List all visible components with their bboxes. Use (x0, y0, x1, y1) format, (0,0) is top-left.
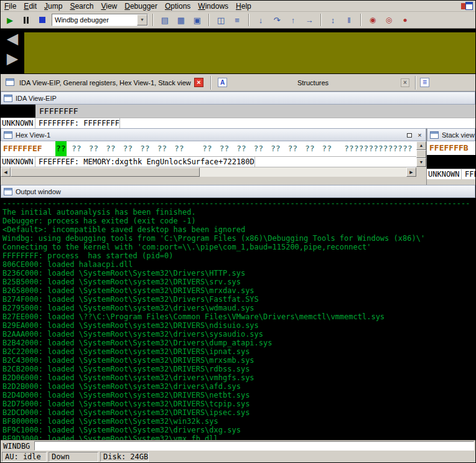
chevron-down-icon[interactable]: ▼ (137, 14, 147, 26)
output-window-titlebar[interactable]: Output window (1, 185, 475, 198)
hex-horizontal-scrollbar[interactable]: ◀ ▶ (1, 167, 416, 177)
tracing-icon[interactable]: ◉ (366, 14, 380, 26)
open-debugger-windows-icon[interactable]: ▤ (158, 14, 172, 26)
scroll-down-icon[interactable]: ▼ (416, 158, 426, 167)
tab-separator (210, 76, 212, 90)
windbg-command-input[interactable] (34, 441, 474, 451)
stack-trace-icon[interactable]: ↕ (326, 14, 340, 26)
toolbar-separator (248, 14, 250, 26)
menu-item[interactable]: Debugger (121, 1, 161, 12)
ida-view-titlebar[interactable]: IDA View-EIP (1, 91, 475, 105)
tab-structures[interactable]: A Structures × (213, 74, 413, 91)
address-gutter (1, 105, 35, 118)
close-tab-icon[interactable]: × (194, 78, 203, 87)
breakpoints-icon[interactable]: ▣ (190, 14, 204, 26)
close-tab-icon[interactable]: × (401, 78, 409, 87)
output-line: 806CE000: loaded halaacpi.dll (2, 260, 475, 269)
output-line: B2AAA000: loaded \SystemRoot\system32\dr… (2, 330, 475, 339)
output-line: BF9D3000: loaded \SystemRoot\System32\vm… (2, 434, 475, 440)
hex-dump-line[interactable]: FFFFFFEF ?? ?? ?? ?? ?? ?? ?? ?? ?? ?? ?… (1, 141, 416, 156)
menu-item[interactable]: Options (161, 1, 194, 12)
mdi-window-icon[interactable] (460, 2, 474, 11)
panel-title: Output window (16, 188, 61, 195)
selected-byte[interactable]: ?? (55, 141, 67, 156)
status-connection: Down (49, 452, 98, 462)
step-over-icon[interactable]: ↷ (270, 14, 284, 26)
pause-process-button[interactable] (19, 14, 33, 26)
output-line: B2B42000: loaded \SystemRoot\System32\Dr… (2, 339, 475, 347)
menu-item[interactable]: Help (232, 1, 255, 12)
hex-vertical-scrollbar[interactable]: ▲ ▼ (416, 141, 426, 167)
ida-view-panel: IDA View-EIP FFFFFFFF UNKNOWN FFFFFFFF: … (1, 91, 475, 128)
menu-item[interactable]: Jump (40, 1, 66, 12)
output-console[interactable]: ----------------------------------------… (1, 198, 475, 440)
panel-title: IDA View-EIP (16, 95, 57, 102)
command-row: WINDBG (1, 440, 475, 451)
scrollbar-thumb[interactable] (416, 150, 426, 158)
function-tracing-icon[interactable]: ● (398, 14, 412, 26)
output-line: B274F000: loaded \SystemRoot\System32\Dr… (2, 295, 475, 304)
run-to-cursor-icon[interactable]: → (302, 14, 316, 26)
output-line: B2C22000: loaded \SystemRoot\system32\DR… (2, 347, 475, 356)
ida-view-content: FFFFFFFF UNKNOWN FFFFFFFF: FFFFFFFF (1, 105, 475, 128)
stack-address[interactable]: FFEFFFFB (427, 141, 475, 155)
run-until-return-icon[interactable]: ↑ (286, 14, 300, 26)
nav-right-arrow-icon[interactable]: ▶ (4, 50, 21, 67)
threads-icon[interactable]: ‖ (342, 14, 356, 26)
output-line: B2D06000: loaded \SystemRoot\system32\dr… (2, 373, 475, 382)
output-line: BF9C1000: loaded \SystemRoot\System32\dr… (2, 426, 475, 434)
panel-title: Stack view (442, 131, 475, 139)
list-window-icon: ≡ (420, 78, 429, 87)
scroll-up-icon[interactable]: ▲ (416, 141, 426, 150)
menu-item[interactable]: Windows (194, 1, 232, 12)
status-filler (151, 452, 474, 462)
statusbar: AU: idle Down Disk: 24GB (1, 451, 475, 462)
output-line: ----------------------------------------… (2, 199, 475, 208)
window-icon (430, 131, 439, 139)
command-interpreter-label: WINDBG (2, 442, 32, 451)
watches-icon[interactable]: ◫ (214, 14, 228, 26)
general-registers-icon[interactable]: ▦ (174, 14, 188, 26)
navigation-band[interactable]: ◀ ▶ (1, 29, 475, 74)
hex-status-row: UNKNOWN FFEFFFEF: MEMORY:dxgthk EngUnloc… (1, 156, 416, 167)
output-line: B25B5000: loaded \SystemRoot\system32\DR… (2, 278, 475, 286)
menu-item[interactable]: File (1, 1, 20, 12)
window-icon (4, 131, 12, 139)
step-into-icon[interactable]: ↓ (254, 14, 268, 26)
debugger-toolbar: ▶ Windbg debugger ▼ ▤▦▣ ◫≡ ↓↷↑→ ↕‖ (1, 12, 475, 29)
tab-label: IDA View-EIP, General registers, Hex Vie… (19, 74, 191, 91)
scrollbar-thumb[interactable] (11, 167, 200, 177)
stack-unreadable-area (427, 155, 475, 169)
scrollbar-corner (416, 167, 426, 177)
navband-strip[interactable] (24, 32, 475, 73)
stack-status-row: UNKNOWN FFE (427, 169, 475, 179)
debugger-select[interactable]: Windbg debugger ▼ (52, 14, 148, 26)
nav-left-arrow-icon[interactable]: ◀ (4, 30, 21, 47)
menu-item[interactable]: Edit (20, 1, 40, 12)
scroll-right-icon[interactable]: ▶ (406, 167, 416, 177)
output-line: Windbg: using debugging tools from 'C:\P… (2, 234, 475, 243)
output-line: B2795000: loaded \SystemRoot\system32\dr… (2, 304, 475, 312)
float-window-icon[interactable] (404, 131, 414, 139)
scroll-left-icon[interactable]: ◀ (1, 167, 11, 177)
continue-process-button[interactable]: ▶ (3, 14, 17, 26)
address-cell: FFE (462, 169, 475, 179)
output-line: B2D4D000: loaded \SystemRoot\system32\DR… (2, 391, 475, 400)
hex-view-titlebar[interactable]: Hex View-1 × (1, 128, 426, 141)
instruction-tracing-icon[interactable]: ◎ (382, 14, 396, 26)
modules-list-icon[interactable]: ≡ (230, 14, 244, 26)
close-icon[interactable]: × (415, 131, 424, 139)
stack-view-titlebar[interactable]: Stack view (427, 128, 475, 141)
menu-item[interactable]: View (97, 1, 121, 12)
window-icon (4, 188, 12, 195)
stop-process-button[interactable] (35, 14, 49, 26)
tab-list-window[interactable]: ≡ (418, 74, 475, 91)
address-cell: FFFFFFFF: FFFFFFFF (35, 118, 120, 128)
tab-ida-views[interactable]: IDA View-EIP, General registers, Hex Vie… (1, 74, 210, 91)
menu-item[interactable]: Search (66, 1, 97, 12)
current-line[interactable]: FFFFFFFF (35, 105, 475, 118)
output-line: B29EA000: loaded \SystemRoot\system32\DR… (2, 321, 475, 330)
hex-bytes: ?? ?? ?? ?? ?? ?? ?? (72, 141, 184, 156)
output-line: B2CB2000: loaded \SystemRoot\system32\DR… (2, 365, 475, 373)
segment-cell: UNKNOWN (1, 118, 35, 128)
